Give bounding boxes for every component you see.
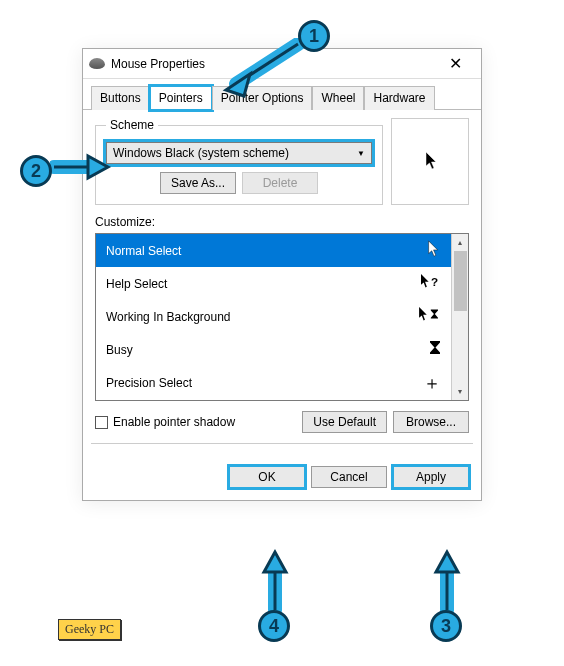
tab-pointers[interactable]: Pointers [150,86,212,110]
ok-button[interactable]: OK [229,466,305,488]
tab-hardware[interactable]: Hardware [364,86,434,110]
mouse-icon [89,58,105,69]
list-item-help-select[interactable]: Help Select ? [96,267,451,300]
close-button[interactable]: ✕ [435,50,475,78]
svg-marker-2 [88,156,108,178]
divider [91,443,473,444]
list-item-label: Precision Select [106,376,192,390]
list-item-precision-select[interactable]: Precision Select ＋ [96,366,451,399]
checkbox-icon [95,416,108,429]
cursor-arrow-icon [427,240,441,261]
scheme-selected-value: Windows Black (system scheme) [113,146,289,160]
browse-button[interactable]: Browse... [393,411,469,433]
hourglass-icon [429,340,441,359]
checkbox-label: Enable pointer shadow [113,415,235,429]
svg-marker-4 [264,552,286,572]
cursor-arrow-icon [425,151,439,176]
crosshair-icon: ＋ [423,374,441,392]
svg-marker-3 [436,552,458,572]
cursor-hourglass-icon [417,306,441,327]
annotation-arrow-2 [50,150,112,184]
list-item-normal-select[interactable]: Normal Select [96,234,451,267]
annotation-callout-1: 1 [298,20,330,52]
pointer-preview-box [391,118,469,205]
dialog-footer: OK Cancel Apply [83,456,481,500]
annotation-callout-3: 3 [430,610,462,642]
delete-button[interactable]: Delete [242,172,318,194]
list-item-label: Normal Select [106,244,181,258]
tab-wheel[interactable]: Wheel [312,86,364,110]
listbox-scrollbar[interactable]: ▴ ▾ [451,234,468,400]
watermark: Geeky PC [58,619,121,640]
annotation-callout-4: 4 [258,610,290,642]
list-item-label: Busy [106,343,133,357]
scheme-group: Scheme Windows Black (system scheme) ▼ S… [95,118,383,205]
apply-button[interactable]: Apply [393,466,469,488]
annotation-callout-2: 2 [20,155,52,187]
scroll-thumb[interactable] [454,251,467,311]
cancel-button[interactable]: Cancel [311,466,387,488]
list-item-label: Working In Background [106,310,231,324]
scheme-legend: Scheme [106,118,158,132]
chevron-down-icon: ▼ [357,149,365,158]
scheme-dropdown[interactable]: Windows Black (system scheme) ▼ [106,142,372,164]
tab-buttons[interactable]: Buttons [91,86,150,110]
list-item-busy[interactable]: Busy [96,333,451,366]
mouse-properties-dialog: Mouse Properties ✕ Buttons Pointers Poin… [82,48,482,501]
svg-text:?: ? [431,275,438,288]
annotation-arrow-1 [220,38,304,100]
save-as-button[interactable]: Save As... [160,172,236,194]
annotation-arrow-4 [258,548,292,614]
annotation-arrow-3 [430,548,464,614]
customize-listbox[interactable]: Normal Select Help Select ? Work [95,233,469,401]
list-item-label: Help Select [106,277,167,291]
enable-pointer-shadow-checkbox[interactable]: Enable pointer shadow [95,415,235,429]
help-cursor-icon: ? [419,273,441,294]
customize-label: Customize: [95,215,469,229]
scroll-down-icon[interactable]: ▾ [452,383,468,400]
use-default-button[interactable]: Use Default [302,411,387,433]
scroll-up-icon[interactable]: ▴ [452,234,468,251]
list-item-working-background[interactable]: Working In Background [96,300,451,333]
